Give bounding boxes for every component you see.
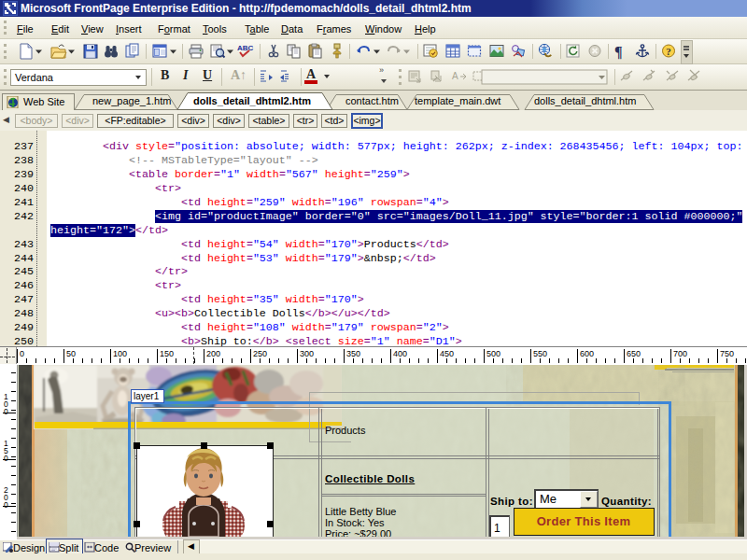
- svg-text:0: 0: [4, 407, 8, 416]
- svg-text:new_page_1.htm: new_page_1.htm: [92, 95, 171, 106]
- svg-text:700: 700: [673, 349, 687, 358]
- svg-text:?: ?: [666, 46, 671, 57]
- svg-text:A: A: [452, 71, 458, 81]
- svg-text:0: 0: [20, 349, 24, 358]
- svg-text:contact.htm: contact.htm: [345, 95, 399, 106]
- svg-text:dolls_detail_dhtml2.htm: dolls_detail_dhtml2.htm: [193, 95, 311, 106]
- svg-text:300: 300: [300, 349, 314, 358]
- svg-text:650: 650: [627, 349, 641, 358]
- svg-text:0: 0: [4, 454, 8, 463]
- svg-text:550: 550: [533, 349, 547, 358]
- svg-text:600: 600: [580, 349, 594, 358]
- svg-text:500: 500: [486, 349, 500, 358]
- svg-text:50: 50: [66, 349, 76, 358]
- svg-text:ABC: ABC: [237, 44, 254, 52]
- svg-text:150: 150: [160, 349, 174, 358]
- svg-text:400: 400: [393, 349, 407, 358]
- svg-text:0: 0: [4, 500, 8, 510]
- svg-text:450: 450: [440, 349, 454, 358]
- svg-text:350: 350: [346, 349, 360, 358]
- svg-text:250: 250: [253, 349, 267, 358]
- svg-text:dolls_detail_dhtml.htm: dolls_detail_dhtml.htm: [534, 95, 636, 106]
- svg-text:200: 200: [206, 349, 220, 358]
- svg-text:¶: ¶: [614, 44, 623, 60]
- svg-text:100: 100: [113, 349, 127, 358]
- svg-text:template_main.dwt: template_main.dwt: [415, 95, 500, 106]
- svg-text:750: 750: [720, 349, 734, 358]
